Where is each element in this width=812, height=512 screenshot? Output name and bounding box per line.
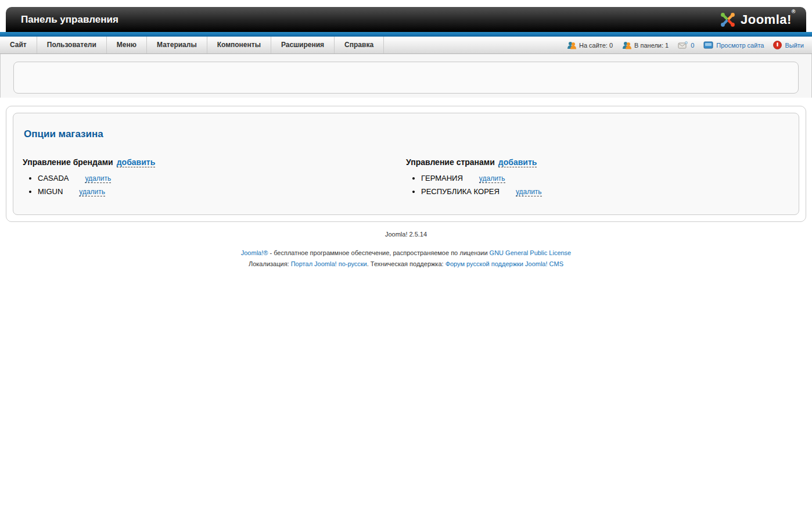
visitors-count: На сайте: 0 (579, 42, 613, 49)
gpl-license-link[interactable]: GNU General Public License (490, 249, 572, 256)
registered-mark: ® (792, 9, 796, 15)
list-item: РЕСПУБЛИКА КОРЕЯудалить (421, 187, 789, 196)
localization-link[interactable]: Портал Joomla! по-русски (291, 260, 367, 267)
menu-item-content[interactable]: Материалы (147, 37, 207, 53)
cpanel-band (0, 54, 812, 98)
add-brand-link[interactable]: добавить (117, 157, 156, 167)
footer-credits: Joomla!® - бесплатное программное обеспе… (0, 248, 812, 270)
logout-link[interactable]: Выйти (785, 42, 804, 49)
list-item: CASADAудалить (38, 174, 406, 182)
mail-icon (678, 41, 688, 49)
brands-column: Управление брендамидобавить CASADAудалит… (23, 157, 406, 200)
users-icon (567, 41, 576, 49)
preview-site-link[interactable]: Просмотр сайта (716, 42, 764, 49)
brands-header: Управление брендамидобавить (23, 157, 406, 167)
page-title: Панель управления (21, 14, 118, 26)
menu-item-menus[interactable]: Меню (107, 37, 147, 53)
main-menubar: Сайт Пользователи Меню Материалы Компоне… (0, 37, 812, 54)
joomla-logo-text: Joomla!® (741, 12, 796, 27)
brand-name: CASADA (38, 174, 69, 182)
support-line: Локализация: Портал Joomla! по-русски. Т… (0, 259, 812, 270)
shop-options-inner: Опции магазина Управление брендамидобави… (13, 113, 799, 215)
country-name: ГЕРМАНИЯ (421, 174, 463, 182)
shop-columns: Управление брендамидобавить CASADAудалит… (23, 157, 789, 200)
logout-icon (773, 41, 782, 49)
license-line: Joomla!® - бесплатное программное обеспе… (0, 248, 812, 259)
joomla-logo[interactable]: Joomla!® (719, 11, 796, 28)
add-country-link[interactable]: добавить (498, 157, 537, 167)
accent-strip (0, 32, 812, 37)
menu-items: Сайт Пользователи Меню Материалы Компоне… (0, 37, 384, 53)
shop-options-title: Опции магазина (24, 128, 789, 140)
menu-item-help[interactable]: Справка (335, 37, 384, 53)
menu-item-extensions[interactable]: Расширения (271, 37, 335, 53)
delete-brand-link[interactable]: удалить (85, 174, 111, 183)
delete-country-link[interactable]: удалить (479, 174, 505, 183)
list-item: ГЕРМАНИЯудалить (421, 174, 789, 182)
status-messages[interactable]: 0 (678, 41, 694, 49)
support-label: . Техническая поддержка: (367, 260, 445, 267)
list-item: MIGUNудалить (38, 187, 406, 196)
messages-count[interactable]: 0 (691, 42, 694, 49)
status-preview[interactable]: Просмотр сайта (703, 41, 764, 49)
delete-country-link[interactable]: удалить (516, 188, 542, 196)
countries-header: Управление странамидобавить (406, 157, 789, 167)
admin-header: Панель управления Joomla!® (6, 7, 806, 32)
brands-list: CASADAудалить MIGUNудалить (23, 174, 406, 196)
delete-brand-link[interactable]: удалить (79, 188, 105, 196)
license-text: - бесплатное программное обеспечение, ра… (268, 249, 489, 256)
joomla-site-link[interactable]: Joomla!® (241, 249, 268, 256)
status-admins: В панели: 1 (622, 41, 669, 49)
status-visitors: На сайте: 0 (567, 41, 613, 49)
support-forum-link[interactable]: Форум русской поддержки Joomla! CMS (445, 260, 563, 267)
brands-title: Управление брендами (23, 157, 113, 167)
admins-count: В панели: 1 (634, 42, 669, 49)
countries-list: ГЕРМАНИЯудалить РЕСПУБЛИКА КОРЕЯудалить (406, 174, 789, 196)
status-logout[interactable]: Выйти (773, 41, 804, 49)
statusbar: На сайте: 0 В панели: 1 0 (567, 37, 812, 53)
empty-panel (13, 62, 799, 94)
joomla-version: Joomla! 2.5.14 (0, 231, 812, 238)
country-name: РЕСПУБЛИКА КОРЕЯ (421, 187, 500, 196)
countries-column: Управление странамидобавить ГЕРМАНИЯудал… (406, 157, 789, 200)
brand-name: MIGUN (38, 187, 63, 196)
menu-item-components[interactable]: Компоненты (207, 37, 271, 53)
monitor-icon (703, 41, 713, 49)
joomla-logo-icon (719, 11, 736, 28)
localization-label: Локализация: (249, 260, 291, 267)
menu-item-site[interactable]: Сайт (0, 37, 37, 53)
users-icon (622, 41, 631, 49)
countries-title: Управление странами (406, 157, 495, 167)
menu-item-users[interactable]: Пользователи (37, 37, 107, 53)
shop-options-panel: Опции магазина Управление брендамидобави… (6, 106, 806, 222)
